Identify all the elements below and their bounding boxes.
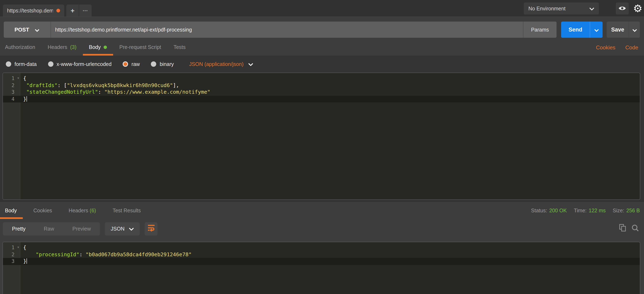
tab-body[interactable]: Body [83, 39, 113, 56]
line-number: 1▾ [3, 75, 20, 82]
status-label: Status: [531, 207, 547, 213]
tab-label: Body [89, 44, 101, 50]
code-link[interactable]: Code [625, 44, 638, 50]
settings-button[interactable]: ⚙ [632, 1, 644, 16]
headers-count-badge: (3) [70, 44, 76, 50]
status-badge: 200 OK [549, 207, 567, 213]
more-tabs-button[interactable]: ••• [79, 5, 92, 17]
body-type-raw[interactable]: raw [123, 61, 140, 67]
body-present-dot-icon [104, 46, 107, 49]
params-button[interactable]: Params [523, 22, 556, 38]
size-value: 256 B [626, 207, 640, 213]
tab-headers[interactable]: Headers (3) [42, 39, 83, 56]
line-number: 2 [3, 251, 20, 258]
response-tab-headers[interactable]: Headers (6) [60, 207, 104, 213]
code-text: "processingId": "b0ad067db9a58dca4fd90eb… [20, 251, 192, 258]
radio-label: raw [131, 61, 140, 67]
view-mode-pretty[interactable]: Pretty [3, 226, 34, 232]
line-number: 3 [3, 89, 20, 96]
chevron-down-icon [129, 226, 134, 232]
tab-label: Tests [174, 44, 186, 50]
request-url-pill: POST https://testshop.demo.printformer.n… [4, 22, 556, 38]
code-text: "draftIds": ["lvxdqs6vkuqk5bp8kwkir6h98n… [20, 82, 179, 89]
status-metric: Status:200 OK [531, 207, 567, 213]
response-language-selector[interactable]: JSON [105, 222, 140, 235]
method-label: POST [14, 27, 29, 33]
save-options-button[interactable] [629, 22, 640, 38]
tab-label: Pre-request Script [119, 44, 161, 50]
language-value: JSON [111, 226, 124, 232]
body-type-x-www-form-urlencoded[interactable]: x-www-form-urlencoded [48, 61, 112, 67]
copy-response-button[interactable] [619, 224, 626, 233]
fold-caret-icon[interactable]: ▾ [18, 244, 19, 251]
request-body-editor[interactable]: 1▾{2 "draftIds": ["lvxdqs6vkuqk5bp8kwkir… [2, 73, 640, 200]
environment-selector[interactable]: No Environment [524, 3, 599, 15]
body-type-binary[interactable]: binary [151, 61, 174, 67]
time-label: Time: [574, 207, 586, 213]
time-value: 122 ms [589, 207, 606, 213]
wrap-text-icon [148, 224, 155, 233]
cookies-link[interactable]: Cookies [596, 44, 616, 50]
response-actions [619, 224, 644, 233]
postman-window: https://testshop.demo + ••• No Environme… [0, 0, 644, 294]
radio-icon [151, 61, 156, 67]
tab-tests[interactable]: Tests [167, 39, 192, 56]
fold-caret-icon[interactable]: ▾ [18, 75, 19, 82]
code-line: 3} [3, 258, 640, 265]
line-number: 1▾ [3, 244, 20, 251]
radio-label: binary [160, 61, 174, 67]
response-toolbar: Pretty Raw Preview JSON [0, 219, 644, 238]
response-body-editor[interactable]: 1▾{2 "processingId": "b0ad067db9a58dca4f… [2, 242, 640, 294]
code-line: 1▾{ [3, 75, 640, 82]
view-mode-preview[interactable]: Preview [63, 226, 100, 232]
save-button[interactable]: Save [607, 22, 629, 38]
view-mode-switcher: Pretty Raw Preview [3, 222, 100, 235]
content-type-value: JSON (application/json) [189, 61, 244, 67]
response-tab-body[interactable]: Body [5, 207, 25, 213]
time-metric: Time:122 ms [574, 207, 606, 213]
view-mode-raw[interactable]: Raw [34, 226, 63, 232]
line-number: 4 [3, 96, 20, 102]
request-tab-label: https://testshop.demo [7, 8, 53, 14]
content-type-selector[interactable]: JSON (application/json) [189, 61, 253, 67]
url-input[interactable]: https://testshop.demo.printformer.net/ap… [51, 22, 523, 38]
send-button-group: Send [561, 22, 602, 38]
tab-pre-request-script[interactable]: Pre-request Script [113, 39, 167, 56]
text-cursor [26, 258, 27, 264]
send-button[interactable]: Send [561, 22, 590, 38]
code-text: "stateChangedNotifyUrl": "https://www.ex… [20, 89, 210, 96]
method-selector[interactable]: POST [4, 22, 51, 38]
text-cursor [26, 96, 27, 101]
response-tab-cookies[interactable]: Cookies [25, 207, 60, 213]
new-tab-button[interactable]: + [66, 5, 79, 17]
code-line: 4} [3, 96, 640, 102]
gear-icon: ⚙ [633, 2, 642, 14]
tab-bar: https://testshop.demo + ••• No Environme… [0, 0, 644, 17]
radio-label: x-www-form-urlencoded [56, 61, 112, 67]
tab-label: Headers [68, 207, 88, 213]
code-line: 1▾{ [3, 244, 640, 251]
chevron-down-icon [589, 6, 594, 12]
response-tabs-row: Body Cookies Headers (6) Test Results St… [0, 202, 644, 219]
wrap-lines-button[interactable] [145, 222, 158, 235]
body-type-bar: form-data x-www-form-urlencoded raw bina… [0, 56, 644, 73]
request-tab[interactable]: https://testshop.demo [3, 5, 64, 17]
body-type-form-data[interactable]: form-data [6, 61, 37, 67]
response-metrics: Status:200 OK Time:122 ms Size:256 B [531, 207, 644, 213]
unsaved-changes-dot-icon [56, 9, 60, 13]
code-text: { [20, 75, 26, 82]
radio-icon [6, 61, 11, 67]
code-line: 2 "processingId": "b0ad067db9a58dca4fd90… [3, 251, 640, 258]
save-button-group: Save [607, 22, 640, 38]
size-label: Size: [613, 207, 624, 213]
search-response-button[interactable] [632, 224, 639, 233]
tab-authorization[interactable]: Authorization [5, 39, 42, 56]
response-headers-count-badge: (6) [90, 207, 96, 213]
environment-quick-look-button[interactable] [616, 3, 629, 15]
response-tab-test-results[interactable]: Test Results [104, 207, 149, 213]
request-tabs-row: Authorization Headers (3) Body Pre-reque… [0, 39, 644, 56]
send-options-button[interactable] [590, 22, 602, 38]
chevron-down-icon [632, 26, 637, 33]
code-text: { [20, 244, 26, 251]
radio-selected-icon [123, 61, 128, 67]
